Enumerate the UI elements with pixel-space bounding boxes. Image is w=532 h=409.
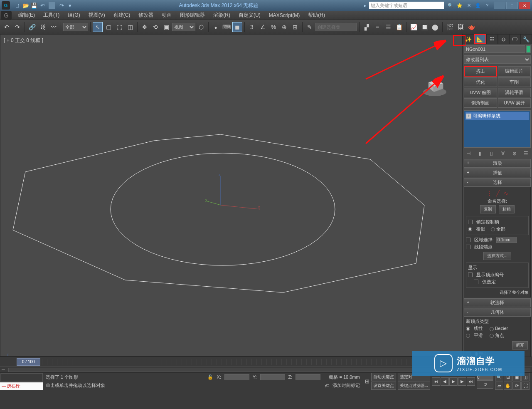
- prev-frame-button[interactable]: ◀: [441, 377, 449, 386]
- menu-tools[interactable]: 工具(T): [39, 12, 64, 19]
- mod-edit-patch-button[interactable]: 编辑面片: [498, 66, 531, 77]
- pivot-button[interactable]: ⬡: [196, 22, 206, 32]
- key-filters-button[interactable]: 关键点过滤器...: [398, 382, 430, 390]
- user-icon[interactable]: 👤: [475, 2, 481, 9]
- spinner-snap-button[interactable]: ⊕: [279, 22, 289, 32]
- isolate-icon[interactable]: ⊞: [365, 378, 369, 384]
- menu-rendering[interactable]: 渲染(R): [209, 12, 234, 19]
- lock-handles-checkbox[interactable]: [468, 220, 473, 224]
- menu-animation[interactable]: 动画: [158, 12, 176, 19]
- menu-edit[interactable]: 编辑(E): [14, 12, 39, 19]
- maxscript-mini-listener[interactable]: [0, 373, 43, 382]
- modifier-list-dropdown[interactable]: 修改器列表: [464, 55, 531, 64]
- app-logo[interactable]: G: [2, 1, 10, 10]
- break-button[interactable]: 断开: [512, 341, 528, 350]
- area-sel-checkbox[interactable]: [466, 238, 470, 242]
- tab-motion[interactable]: ⊚: [498, 34, 510, 44]
- object-name-input[interactable]: [464, 45, 525, 53]
- show-end-result-icon[interactable]: ▮: [477, 150, 483, 157]
- maximize-button[interactable]: □: [506, 2, 518, 9]
- angle-snap-button[interactable]: ∠: [258, 22, 268, 32]
- mod-optimize-button[interactable]: 优化: [464, 77, 497, 87]
- window-crossing-button[interactable]: ◫: [125, 22, 135, 32]
- undo-icon[interactable]: ↶: [39, 2, 46, 9]
- mod-bevel-profile-button[interactable]: 倒角剖面: [464, 98, 497, 108]
- material-editor-button[interactable]: ⬤: [430, 22, 440, 32]
- menu-create[interactable]: 创建(C): [109, 12, 135, 19]
- menu-views[interactable]: 视图(V): [84, 12, 109, 19]
- next-frame-button[interactable]: ▶: [458, 377, 466, 386]
- curve-editor-button[interactable]: 📈: [409, 22, 419, 32]
- align-button[interactable]: ≡: [372, 22, 382, 32]
- named-sel-edit-button[interactable]: ✎: [305, 22, 315, 32]
- manipulate-button[interactable]: ⬥: [211, 22, 221, 32]
- track-bar[interactable]: [8, 368, 530, 372]
- zoom-all-button[interactable]: ⊞: [504, 373, 512, 381]
- render-frame-button[interactable]: 🖼: [456, 22, 466, 32]
- help-icon[interactable]: ⭐: [456, 2, 463, 9]
- lock-icon[interactable]: 🔓: [207, 374, 213, 380]
- snap-button[interactable]: ◼: [232, 22, 242, 32]
- mod-uvw-map-button[interactable]: UVW 贴图: [464, 88, 497, 97]
- x-coord-input[interactable]: [224, 374, 249, 380]
- save-icon[interactable]: 💾: [31, 2, 37, 9]
- tab-utilities[interactable]: 🔧: [521, 34, 532, 44]
- add-time-tag[interactable]: 添加时间标记: [332, 382, 360, 389]
- key-mode-dropdown[interactable]: 选定对: [398, 373, 430, 381]
- orbit-button[interactable]: ⟳: [512, 382, 521, 390]
- redo-button[interactable]: ↷: [12, 22, 22, 32]
- snap-3d-button[interactable]: 3: [247, 22, 257, 32]
- set-key-button[interactable]: 设置关键点: [371, 382, 396, 390]
- scale-button[interactable]: ▣: [161, 22, 171, 32]
- open-icon[interactable]: 📂: [22, 2, 29, 9]
- area-value-input[interactable]: [496, 237, 517, 243]
- bind-button[interactable]: 〰: [49, 22, 59, 32]
- menu-group[interactable]: 组(G): [64, 12, 84, 19]
- ortho-button[interactable]: ⊞: [290, 22, 300, 32]
- zoom-extents-button[interactable]: ▣: [512, 373, 521, 381]
- keyboard-button[interactable]: ⌨: [222, 22, 232, 32]
- all-radio[interactable]: [491, 227, 495, 231]
- minimize-button[interactable]: —: [494, 2, 505, 9]
- spline-subobj-icon[interactable]: ∿: [504, 190, 508, 196]
- app-menu-icon[interactable]: G: [1, 11, 12, 20]
- viewport[interactable]: [ + 0 正交 0 线框 ] z x y: [0, 34, 462, 357]
- mirror-button[interactable]: ▞: [362, 22, 372, 32]
- smooth-radio[interactable]: [466, 334, 470, 338]
- link-button[interactable]: 🔗: [27, 22, 37, 32]
- z-coord-input[interactable]: [296, 374, 320, 380]
- new-icon[interactable]: 🗋: [14, 2, 21, 9]
- time-tag-icon[interactable]: 🏷: [325, 383, 329, 388]
- max-toggle-button[interactable]: ⛶: [521, 382, 530, 390]
- current-frame-input[interactable]: [477, 374, 493, 380]
- view-cube[interactable]: [420, 72, 449, 97]
- schematic-button[interactable]: 🔲: [419, 22, 429, 32]
- remove-modifier-icon[interactable]: ∀: [500, 150, 506, 157]
- layer-mgr-button[interactable]: 📋: [394, 22, 404, 32]
- select-name-button[interactable]: ▢: [103, 22, 113, 32]
- pin-stack-icon[interactable]: ⊣: [465, 150, 472, 157]
- redo-icon[interactable]: ↷: [58, 2, 65, 9]
- bezier-radio[interactable]: [490, 327, 494, 331]
- reorient-checkbox[interactable]: [466, 352, 470, 357]
- info-icon[interactable]: ?: [484, 2, 490, 9]
- linear-radio[interactable]: [466, 327, 470, 331]
- dropdown-icon[interactable]: ▾: [66, 2, 73, 9]
- rotate-button[interactable]: ⟲: [150, 22, 160, 32]
- select-region-button[interactable]: ⬚: [114, 22, 124, 32]
- tab-create[interactable]: ✨: [463, 34, 474, 44]
- tab-display[interactable]: 🖵: [509, 34, 521, 44]
- named-sel-input[interactable]: [315, 23, 357, 31]
- search-input[interactable]: 键入关键字或短语: [369, 2, 444, 9]
- time-slider[interactable]: [42, 359, 532, 365]
- only-sel-checkbox[interactable]: [474, 280, 478, 284]
- mod-turbosmooth-button[interactable]: 涡轮平滑: [498, 88, 531, 97]
- undo-button[interactable]: ↶: [2, 22, 12, 32]
- stack-item-spline[interactable]: + 可编辑样条线: [466, 112, 529, 120]
- segment-end-checkbox[interactable]: [466, 245, 470, 249]
- menu-graph-editors[interactable]: 图形编辑器: [176, 12, 209, 19]
- menu-maxscript[interactable]: MAXScript(M): [265, 12, 304, 18]
- fov-button[interactable]: ▱: [495, 382, 503, 390]
- similar-radio[interactable]: [468, 227, 472, 231]
- play-button[interactable]: ▶: [449, 377, 458, 386]
